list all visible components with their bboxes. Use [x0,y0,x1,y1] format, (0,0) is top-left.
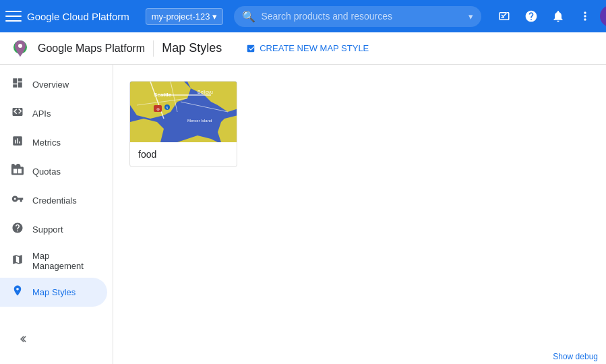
sidebar-item-map-styles-label: Map Styles [32,287,75,297]
debug-bar[interactable]: Show debug [545,349,606,364]
metrics-icon [11,135,24,150]
hamburger-menu[interactable] [5,8,22,24]
sidebar-item-map-management-label: Map Management [32,251,96,271]
sidebar-item-quotas-label: Quotas [32,166,61,177]
app-title: Google Cloud Platform [27,11,129,22]
create-btn-label: CREATE NEW MAP STYLE [260,43,369,53]
map-styles-icon [11,284,24,300]
credentials-icon [11,193,24,208]
brand-logo [11,39,30,58]
layout: Overview APIs Metrics Quotas Credentials [0,65,606,364]
sidebar-item-overview-label: Overview [32,80,69,90]
brand-name: Google Maps Platform [38,42,145,55]
sidebar-item-support-label: Support [32,224,63,235]
sidebar-item-credentials[interactable]: Credentials [0,186,107,215]
svg-text:⊕: ⊕ [156,107,160,111]
map-styles-grid: Seattle Bellevu ⊕ Mercer Island 5 food [129,81,590,167]
search-dropdown-icon[interactable]: ▾ [468,11,473,22]
sidebar-item-support[interactable]: Support [0,215,107,244]
svg-text:Seattle: Seattle [154,92,172,98]
sidebar-item-apis-label: APIs [32,109,51,119]
sidebar-collapse-area [0,322,44,356]
search-bar: 🔍 ▾ [234,6,481,27]
sidebar-item-credentials-label: Credentials [32,195,77,206]
sub-header: Google Maps Platform Map Styles CREATE N… [0,32,606,65]
sidebar: Overview APIs Metrics Quotas Credentials [0,65,113,364]
map-style-card[interactable]: Seattle Bellevu ⊕ Mercer Island 5 food [129,81,237,167]
svg-point-1 [18,44,22,48]
sidebar-item-apis[interactable]: APIs [0,99,107,128]
sidebar-item-metrics-label: Metrics [32,138,61,148]
header-divider [153,40,154,57]
sidebar-item-overview[interactable]: Overview [0,70,107,99]
search-icon: 🔍 [242,10,255,23]
map-thumbnail: Seattle Bellevu ⊕ Mercer Island 5 [130,82,237,142]
apis-icon [11,106,24,121]
create-new-map-style-button[interactable]: CREATE NEW MAP STYLE [241,39,374,57]
sidebar-item-metrics[interactable]: Metrics [0,128,107,157]
sidebar-item-map-management[interactable]: Map Management [0,244,107,278]
overview-icon [11,77,24,92]
map-style-label: food [130,142,237,166]
project-selector[interactable]: my-project-123 ▾ [146,8,224,25]
main-content: Seattle Bellevu ⊕ Mercer Island 5 food [113,65,606,364]
notifications-button[interactable] [546,4,570,28]
cloud-shell-button[interactable] [492,4,516,28]
page-title: Map Styles [162,41,222,55]
user-avatar[interactable]: A [600,5,606,27]
project-name: my-project-123 [152,11,210,22]
top-bar: Google Cloud Platform my-project-123 ▾ 🔍… [0,0,606,32]
debug-label: Show debug [553,352,598,361]
sidebar-item-quotas[interactable]: Quotas [0,157,107,186]
top-bar-actions: A [492,4,606,28]
search-input[interactable] [261,11,463,22]
svg-text:Mercer Island: Mercer Island [187,119,212,123]
sidebar-item-map-styles[interactable]: Map Styles [0,278,107,307]
more-options-button[interactable] [573,4,597,28]
map-image: Seattle Bellevu ⊕ Mercer Island 5 [130,82,237,142]
sidebar-collapse-button[interactable] [11,328,34,351]
svg-text:5: 5 [166,106,169,110]
chevron-down-icon: ▾ [212,11,217,22]
help-button[interactable] [519,4,543,28]
map-management-icon [11,253,24,269]
support-icon [11,222,24,237]
svg-text:Bellevu: Bellevu [198,90,213,94]
quotas-icon [11,164,24,179]
